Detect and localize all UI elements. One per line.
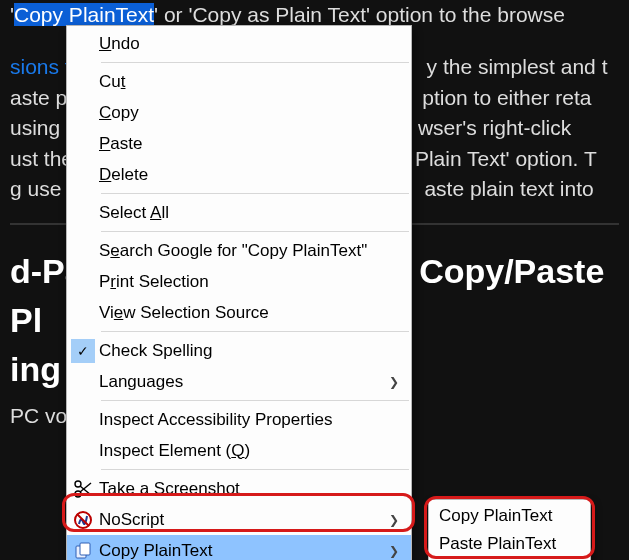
- menuitem-search-google[interactable]: Search Google for "Copy PlainText": [67, 235, 411, 266]
- text-fragment: Plain Text' option. T: [409, 147, 597, 170]
- chevron-right-icon: ❯: [389, 544, 405, 558]
- menuitem-label: Print Selection: [99, 272, 405, 292]
- menuitem-label: NoScript: [99, 510, 389, 530]
- noscript-icon: [73, 510, 93, 530]
- menu-separator: [101, 469, 409, 470]
- text-fragment: wser's right-click: [418, 116, 571, 139]
- menuitem-view-selection-source[interactable]: View Selection Source: [67, 297, 411, 328]
- menu-separator: [101, 62, 409, 63]
- menu-separator: [101, 331, 409, 332]
- text-fragment: aste plain text into: [424, 177, 593, 200]
- menuitem-inspect-element[interactable]: Inspect Element (Q): [67, 435, 411, 466]
- menuitem-cut[interactable]: Cut: [67, 66, 411, 97]
- scissors-icon: [73, 479, 93, 499]
- submenu-item-copy-plaintext[interactable]: Copy PlainText: [429, 502, 590, 530]
- menuitem-inspect-a11y[interactable]: Inspect Accessibility Properties: [67, 404, 411, 435]
- text-fragment: ust the: [10, 147, 73, 170]
- menuitem-undo[interactable]: Undo: [67, 28, 411, 59]
- svg-rect-7: [80, 543, 90, 555]
- menuitem-select-all[interactable]: Select All: [67, 197, 411, 228]
- menu-separator: [101, 193, 409, 194]
- selected-text[interactable]: Copy PlainText: [14, 3, 154, 26]
- menuitem-label: Select All: [99, 203, 405, 223]
- menu-separator: [101, 400, 409, 401]
- gutter: [67, 510, 99, 530]
- text-fragment: ption to either reta: [422, 86, 591, 109]
- menuitem-label: Cut: [99, 72, 405, 92]
- menuitem-label: Copy PlainText: [99, 541, 389, 561]
- menuitem-copy-plaintext[interactable]: Copy PlainText ❯: [67, 535, 411, 560]
- menuitem-delete[interactable]: Delete: [67, 159, 411, 190]
- gutter: ✓: [67, 339, 99, 363]
- text-fragment: using t: [10, 116, 72, 139]
- gutter: [67, 541, 99, 561]
- menuitem-label: Search Google for "Copy PlainText": [99, 241, 405, 261]
- gutter: [67, 479, 99, 499]
- documents-icon: [73, 541, 93, 561]
- menuitem-label: View Selection Source: [99, 303, 405, 323]
- menuitem-label: Paste: [99, 134, 405, 154]
- menuitem-label: Paste PlainText: [439, 534, 556, 554]
- chevron-right-icon: ❯: [389, 375, 405, 389]
- menuitem-take-screenshot[interactable]: Take a Screenshot: [67, 473, 411, 504]
- text-fragment: ' or 'Copy as Plain Text' option to the …: [154, 3, 565, 26]
- text-fragment: y the simplest and t: [427, 55, 608, 78]
- menuitem-label: Inspect Accessibility Properties: [99, 410, 405, 430]
- menuitem-paste[interactable]: Paste: [67, 128, 411, 159]
- context-menu: Undo Cut Copy Paste Delete Select All Se…: [66, 25, 412, 560]
- menuitem-label: Undo: [99, 34, 405, 54]
- menuitem-check-spelling[interactable]: ✓ Check Spelling: [67, 335, 411, 366]
- check-icon: ✓: [71, 339, 95, 363]
- menuitem-label: Check Spelling: [99, 341, 405, 361]
- submenu-item-paste-plaintext[interactable]: Paste PlainText: [429, 530, 590, 558]
- menuitem-copy[interactable]: Copy: [67, 97, 411, 128]
- text-fragment: ing: [10, 350, 61, 388]
- menuitem-label: Delete: [99, 165, 405, 185]
- menuitem-noscript[interactable]: NoScript ❯: [67, 504, 411, 535]
- menu-separator: [101, 231, 409, 232]
- menuitem-label: Copy: [99, 103, 405, 123]
- text-fragment: aste p: [10, 86, 67, 109]
- chevron-right-icon: ❯: [389, 513, 405, 527]
- text-fragment: g use: [10, 177, 61, 200]
- submenu-copy-plaintext: Copy PlainText Paste PlainText: [428, 499, 591, 560]
- menuitem-label: Copy PlainText: [439, 506, 552, 526]
- menuitem-languages[interactable]: Languages ❯: [67, 366, 411, 397]
- menuitem-label: Languages: [99, 372, 389, 392]
- menuitem-label: Take a Screenshot: [99, 479, 405, 499]
- menuitem-label: Inspect Element (Q): [99, 441, 405, 461]
- link-fragment[interactable]: sions f: [10, 55, 71, 78]
- menuitem-print-selection[interactable]: Print Selection: [67, 266, 411, 297]
